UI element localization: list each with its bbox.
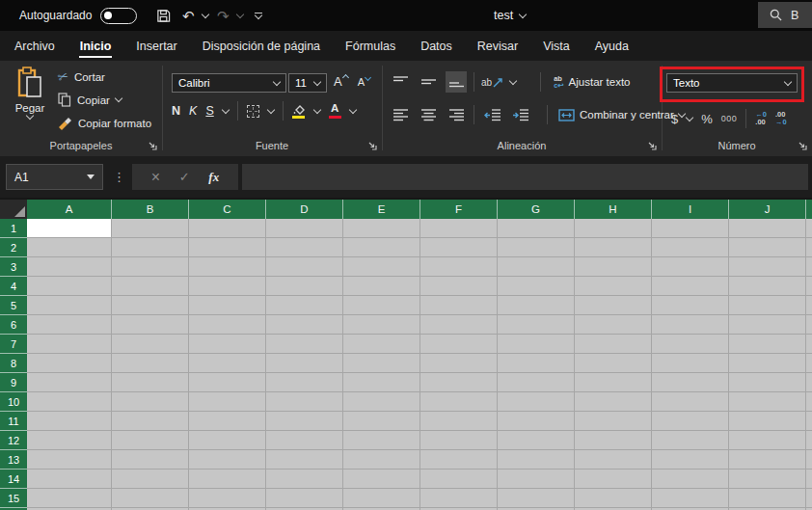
cell-F7[interactable] — [420, 335, 498, 354]
cell-C15[interactable] — [189, 489, 266, 508]
column-header-J[interactable]: J — [729, 200, 806, 219]
cell-F1[interactable] — [420, 219, 498, 238]
cell-K11[interactable] — [806, 412, 812, 431]
cell-E5[interactable] — [343, 296, 420, 315]
cell-G4[interactable] — [498, 277, 575, 296]
cell-F12[interactable] — [420, 431, 498, 450]
cell-G11[interactable] — [498, 412, 575, 431]
column-header-F[interactable]: F — [420, 200, 498, 219]
cell-C14[interactable] — [189, 470, 266, 489]
cell-K7[interactable] — [806, 335, 812, 354]
cell-E15[interactable] — [343, 489, 420, 508]
cell-C3[interactable] — [189, 257, 266, 277]
cell-J14[interactable] — [729, 470, 806, 489]
cell-A13[interactable] — [27, 450, 112, 470]
cell-I14[interactable] — [652, 470, 729, 489]
underline-chevron[interactable] — [221, 105, 229, 113]
cell-C8[interactable] — [189, 354, 266, 373]
cell-E4[interactable] — [343, 277, 420, 296]
search-box[interactable]: B — [758, 2, 812, 28]
cell-A15[interactable] — [27, 489, 112, 508]
redo-button[interactable]: ↷ — [212, 4, 233, 27]
cell-H1[interactable] — [575, 219, 652, 238]
cell-K12[interactable] — [806, 431, 812, 450]
tab-disposición-de-página[interactable]: Disposición de página — [190, 31, 333, 61]
tab-datos[interactable]: Datos — [408, 31, 465, 61]
orientation-chevron[interactable] — [509, 76, 517, 84]
decrease-indent-button[interactable] — [481, 104, 502, 125]
cell-H5[interactable] — [575, 296, 652, 315]
undo-dropdown-chevron[interactable] — [202, 10, 209, 17]
align-right-button[interactable] — [446, 104, 467, 125]
cell-F3[interactable] — [420, 257, 498, 277]
cell-C4[interactable] — [189, 277, 266, 296]
column-header-C[interactable]: C — [189, 200, 266, 219]
fill-color-chevron[interactable] — [312, 105, 320, 113]
row-header-10[interactable]: 10 — [0, 392, 27, 412]
cell-H2[interactable] — [575, 238, 652, 257]
cell-A1[interactable] — [27, 219, 112, 238]
cell-D3[interactable] — [266, 257, 343, 277]
name-box[interactable]: A1 — [6, 164, 103, 190]
cell-G9[interactable] — [498, 373, 575, 392]
cell-I13[interactable] — [652, 450, 729, 470]
cell-K1[interactable] — [806, 219, 812, 238]
cell-D9[interactable] — [266, 373, 343, 392]
cell-D2[interactable] — [266, 238, 343, 257]
thousands-format-button[interactable]: 000 — [721, 114, 738, 123]
cell-A6[interactable] — [27, 315, 112, 335]
cell-H7[interactable] — [575, 335, 652, 354]
row-header-11[interactable]: 11 — [0, 412, 27, 431]
row-header-13[interactable]: 13 — [0, 450, 27, 470]
copy-button[interactable]: Copiar — [58, 92, 151, 108]
cell-K15[interactable] — [806, 489, 812, 508]
cell-H11[interactable] — [575, 412, 652, 431]
cell-J10[interactable] — [729, 392, 806, 412]
cell-J3[interactable] — [729, 257, 806, 277]
cell-E11[interactable] — [343, 412, 420, 431]
row-header-7[interactable]: 7 — [0, 335, 27, 354]
cell-E14[interactable] — [343, 470, 420, 489]
row-header-1[interactable]: 1 — [0, 219, 27, 238]
cell-C9[interactable] — [189, 373, 266, 392]
cell-G7[interactable] — [498, 335, 575, 354]
cell-I2[interactable] — [652, 238, 729, 257]
cell-J7[interactable] — [729, 335, 806, 354]
cell-J8[interactable] — [729, 354, 806, 373]
align-bottom-button[interactable] — [446, 71, 467, 93]
cell-I12[interactable] — [652, 431, 729, 450]
document-title[interactable]: test — [494, 0, 526, 31]
cell-E13[interactable] — [343, 450, 420, 470]
cell-D8[interactable] — [266, 354, 343, 373]
cell-G1[interactable] — [498, 219, 575, 238]
cell-B15[interactable] — [112, 489, 189, 508]
cell-H15[interactable] — [575, 489, 652, 508]
cell-G14[interactable] — [498, 470, 575, 489]
cell-D13[interactable] — [266, 450, 343, 470]
save-button[interactable] — [152, 4, 174, 27]
cell-F5[interactable] — [420, 296, 498, 315]
cell-H10[interactable] — [575, 392, 652, 412]
row-header-14[interactable]: 14 — [0, 470, 27, 489]
row-header-9[interactable]: 9 — [0, 373, 27, 392]
align-middle-button[interactable] — [418, 71, 439, 93]
row-header-12[interactable]: 12 — [0, 431, 27, 450]
cell-C1[interactable] — [189, 219, 266, 238]
undo-button[interactable]: ↶ — [177, 4, 199, 27]
cell-F13[interactable] — [420, 450, 498, 470]
cell-D1[interactable] — [266, 219, 343, 238]
cell-C10[interactable] — [189, 392, 266, 412]
column-header-E[interactable]: E — [343, 200, 420, 219]
format-painter-button[interactable]: Copiar formato — [58, 115, 151, 131]
cell-A3[interactable] — [27, 257, 112, 277]
cell-B6[interactable] — [112, 315, 189, 335]
clipboard-dialog-launcher[interactable] — [148, 141, 157, 150]
row-header-5[interactable]: 5 — [0, 296, 27, 315]
cell-F2[interactable] — [420, 238, 498, 257]
cell-J9[interactable] — [729, 373, 806, 392]
cell-A12[interactable] — [27, 431, 112, 450]
cell-D11[interactable] — [266, 412, 343, 431]
cell-G8[interactable] — [498, 354, 575, 373]
cut-button[interactable]: ✂ Cortar — [58, 68, 151, 85]
cell-J6[interactable] — [729, 315, 806, 335]
